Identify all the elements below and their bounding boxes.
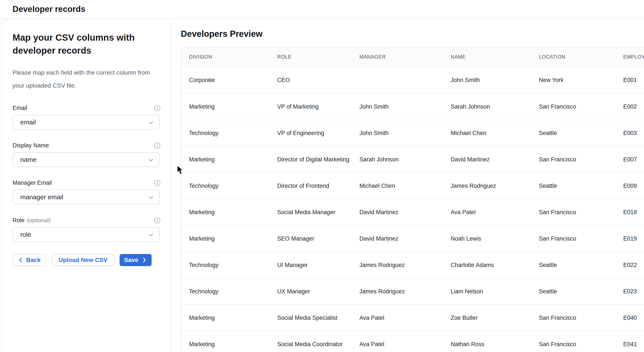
role-column-select[interactable]: role	[12, 227, 160, 242]
csv-mapping-panel: Map your CSV columns with developer reco…	[2, 20, 171, 352]
info-icon[interactable]	[154, 142, 160, 149]
email-column-select[interactable]: email	[12, 115, 160, 130]
save-button-label: Save	[124, 257, 138, 263]
info-icon[interactable]	[154, 217, 160, 224]
cell-employee_id: E001	[616, 67, 644, 93]
cell-employee_id: E040	[616, 305, 644, 331]
cell-division: Technology	[181, 120, 270, 146]
table-row: TechnologyUX ManagerJames RodriguezLiam …	[181, 278, 644, 304]
cell-role: UI Manager	[270, 252, 352, 278]
cell-name: Ava Patel	[443, 199, 531, 225]
manager-email-label: Manager Email	[12, 180, 52, 186]
panel-description: Please map each field with the correct c…	[12, 66, 155, 92]
info-icon[interactable]	[154, 180, 160, 186]
cell-division: Technology	[181, 278, 270, 304]
cell-manager: Ava Patel	[352, 331, 443, 352]
cell-location: San Francisco	[531, 94, 616, 120]
cell-division: Marketing	[181, 331, 270, 352]
cell-location: San Francisco	[531, 305, 616, 331]
cell-manager: Michael Chen	[352, 173, 443, 199]
column-header-location: LOCATION	[531, 48, 616, 66]
cell-role: Social Media Manager	[270, 199, 352, 225]
chevron-down-icon	[148, 157, 154, 163]
cell-location: Seattle	[531, 120, 616, 146]
page-header: Developer records	[0, 0, 644, 19]
field-manager-email: Manager Email manager email	[12, 180, 160, 204]
cell-employee_id: E023	[616, 278, 644, 304]
cell-role: SEO Manager	[270, 226, 352, 252]
cell-location: San Francisco	[531, 146, 616, 172]
cell-location: New York	[531, 67, 616, 93]
table-row: MarketingVP of MarketingJohn SmithSarah …	[181, 93, 644, 120]
cell-manager: James Rodriguez	[352, 252, 443, 278]
cell-location: Seattle	[531, 252, 616, 278]
manager-email-column-value: manager email	[20, 193, 63, 201]
cell-division: Technology	[181, 252, 270, 278]
table-row: TechnologyUI ManagerJames RodriguezCharl…	[181, 252, 644, 278]
role-label: Role(optional)	[12, 217, 50, 224]
field-role: Role(optional) role	[12, 217, 160, 242]
email-label: Email	[12, 105, 27, 111]
display-name-column-value: name	[20, 156, 36, 163]
cell-manager	[352, 67, 443, 93]
cell-manager: John Smith	[352, 94, 443, 120]
cell-division: Marketing	[181, 226, 270, 252]
cell-location: San Francisco	[531, 331, 616, 352]
table-row: MarketingSocial Media SpecialistAva Pate…	[181, 304, 644, 331]
cell-role: Director of Frontend	[270, 173, 352, 199]
cell-role: Social Media Coordinator	[270, 331, 352, 352]
cell-location: San Francisco	[531, 199, 616, 225]
cell-manager: David Martinez	[352, 226, 443, 252]
cell-location: San Francisco	[531, 226, 616, 252]
back-button[interactable]: Back	[12, 254, 46, 266]
chevron-down-icon	[148, 232, 154, 238]
display-name-label: Display Name	[12, 142, 49, 149]
column-header-employee: EMPLOYEE	[616, 48, 644, 66]
field-display-name: Display Name name	[12, 142, 160, 167]
cell-division: Corporate	[181, 67, 270, 93]
cell-name: David Martinez	[443, 146, 531, 172]
table-row: MarketingDirector of Digital MarketingSa…	[181, 146, 644, 172]
info-icon[interactable]	[154, 105, 160, 111]
cell-role: Director of Digital Marketing	[270, 146, 352, 172]
chevron-down-icon	[148, 120, 154, 126]
cell-manager: Ava Patel	[352, 305, 443, 331]
panel-title: Map your CSV columns with developer reco…	[12, 31, 160, 57]
save-button[interactable]: Save	[120, 254, 152, 266]
table-row: TechnologyDirector of FrontendMichael Ch…	[181, 172, 644, 199]
cell-role: VP of Engineering	[270, 120, 352, 146]
cell-employee_id: E019	[616, 226, 644, 252]
table-row: MarketingSocial Media ManagerDavid Marti…	[181, 199, 644, 225]
cell-manager: James Rodriguez	[352, 278, 443, 304]
cell-division: Marketing	[181, 146, 270, 172]
column-header-name: NAME	[443, 48, 531, 66]
page-title: Developer records	[12, 5, 86, 14]
cell-employee_id: E003	[616, 120, 644, 146]
cell-name: Sarah Johnson	[443, 94, 531, 120]
cell-location: Seattle	[531, 278, 616, 304]
cell-employee_id: E007	[616, 146, 644, 172]
table-body: CorporateCEOJohn SmithNew YorkE001Market…	[181, 67, 644, 352]
cell-role: Social Media Specialist	[270, 305, 352, 331]
field-email: Email email	[12, 105, 160, 130]
email-column-value: email	[20, 119, 36, 126]
column-header-division: DIVISION	[181, 48, 270, 66]
upload-new-csv-button[interactable]: Upload New CSV	[52, 254, 114, 266]
table-row: CorporateCEOJohn SmithNew YorkE001	[181, 67, 644, 93]
cell-manager: John Smith	[352, 120, 443, 146]
cell-name: Zoe Butler	[443, 305, 531, 331]
display-name-column-select[interactable]: name	[12, 152, 160, 167]
cell-division: Marketing	[181, 199, 270, 225]
table-row: MarketingSEO ManagerDavid MartinezNoah L…	[181, 225, 644, 252]
cell-name: Nathan Ross	[443, 331, 531, 352]
cell-name: Michael Chen	[443, 120, 531, 146]
table-row: MarketingSocial Media CoordinatorAva Pat…	[181, 331, 644, 352]
cell-location: Seattle	[531, 173, 616, 199]
cell-name: John Smith	[443, 67, 531, 93]
cell-employee_id: E041	[616, 331, 644, 352]
cell-name: Noah Lewis	[443, 226, 531, 252]
chevron-left-icon	[18, 257, 24, 263]
panel-actions: Back Upload New CSV Save	[12, 254, 160, 266]
cell-division: Technology	[181, 173, 270, 199]
manager-email-column-select[interactable]: manager email	[12, 190, 160, 204]
